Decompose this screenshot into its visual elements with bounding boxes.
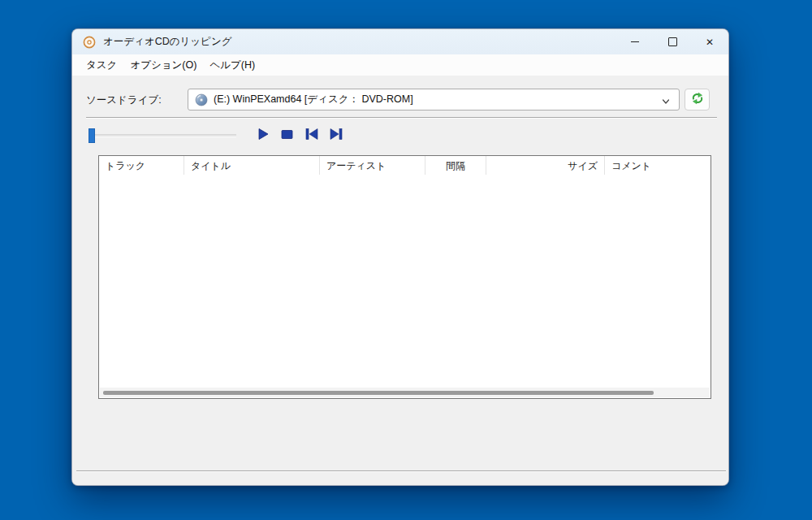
back-button[interactable]: < 戻る(B) (456, 485, 539, 486)
window-controls: ✕ (616, 29, 728, 54)
column-header-gap[interactable]: 間隔 (425, 156, 486, 175)
stop-button[interactable] (278, 125, 296, 143)
next-track-button[interactable] (327, 125, 345, 143)
horizontal-scrollbar[interactable] (100, 388, 710, 397)
stop-icon (281, 128, 293, 141)
close-button[interactable]: ✕ (691, 29, 728, 54)
menu-bar: タスク オプション(O) ヘルプ(H) (72, 54, 728, 76)
section-divider (86, 117, 717, 119)
app-window: オーディオCDのリッピング ✕ タスク オプション(O) ヘルプ(H) ソースド… (71, 28, 729, 486)
track-table: トラック タイトル アーティスト 間隔 サイズ コメント (98, 155, 711, 399)
slider-track (89, 134, 236, 137)
titlebar[interactable]: オーディオCDのリッピング ✕ (72, 29, 728, 54)
menu-item-options[interactable]: オプション(O) (123, 55, 203, 76)
column-header-size[interactable]: サイズ (486, 156, 605, 175)
source-drive-select[interactable]: (E:) WinPEXamd64 [ディスク： DVD-ROM] (188, 89, 680, 110)
column-header-track[interactable]: トラック (99, 156, 184, 175)
refresh-button[interactable] (685, 89, 710, 110)
column-header-artist[interactable]: アーティスト (320, 156, 425, 175)
minimize-button[interactable] (616, 29, 654, 54)
play-button[interactable] (254, 125, 272, 143)
slider-thumb[interactable] (89, 128, 95, 143)
play-icon (257, 128, 270, 141)
content-area: ソースドライブ: (E:) WinPEXamd64 [ディス (72, 76, 728, 485)
track-table-header: トラック タイトル アーティスト 間隔 サイズ コメント (99, 156, 710, 176)
chevron-down-icon (661, 95, 671, 105)
column-header-comment[interactable]: コメント (605, 156, 710, 175)
progress-slider[interactable] (89, 128, 236, 144)
app-disc-icon (83, 36, 96, 49)
horizontal-scrollbar-thumb[interactable] (103, 391, 654, 395)
previous-track-button[interactable] (303, 125, 321, 143)
footer-divider (76, 470, 726, 472)
previous-track-icon (305, 128, 318, 141)
menu-item-task[interactable]: タスク (80, 55, 123, 76)
cd-disc-icon (195, 93, 208, 106)
close-icon: ✕ (706, 37, 714, 47)
track-table-body (99, 175, 710, 388)
maximize-icon (668, 37, 677, 46)
source-drive-value: (E:) WinPEXamd64 [ディスク： DVD-ROM] (214, 93, 661, 106)
source-drive-label: ソースドライブ: (86, 93, 162, 107)
next-button[interactable]: 次へ(N) > (543, 485, 626, 486)
refresh-icon (691, 92, 704, 107)
menu-item-help[interactable]: ヘルプ(H) (203, 55, 261, 76)
next-track-icon (330, 128, 343, 141)
column-header-title[interactable]: タイトル (184, 156, 320, 175)
exit-button[interactable]: 終了 (637, 485, 722, 486)
start-page-button[interactable]: スタートページ (82, 485, 166, 486)
minimize-icon (631, 41, 639, 42)
window-title: オーディオCDのリッピング (103, 35, 231, 49)
maximize-button[interactable] (654, 29, 691, 54)
